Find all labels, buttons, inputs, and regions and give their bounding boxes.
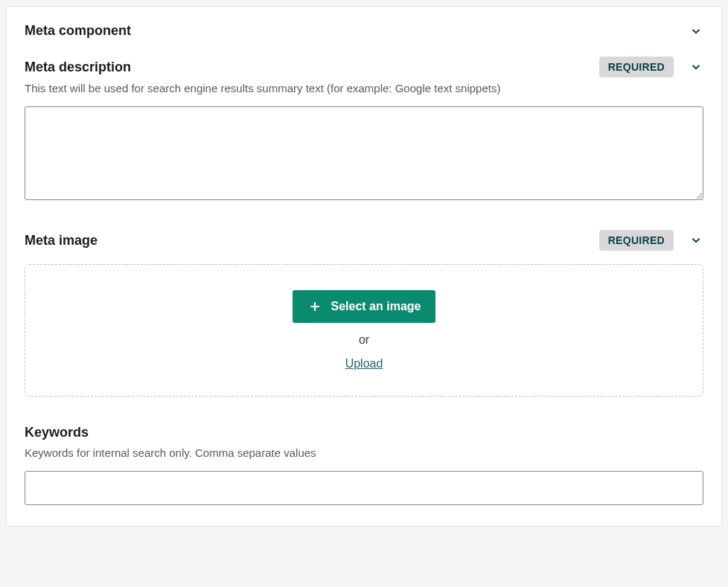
required-badge: REQUIRED [599, 230, 674, 251]
meta-description-title: Meta description [25, 58, 599, 77]
required-badge: REQUIRED [599, 57, 674, 77]
chevron-down-icon[interactable] [689, 60, 703, 74]
select-image-button[interactable]: Select an image [293, 290, 436, 323]
section-header: Meta image REQUIRED [25, 230, 703, 251]
section-header: Keywords [25, 423, 703, 442]
chevron-down-icon[interactable] [689, 233, 703, 248]
select-image-label: Select an image [331, 300, 421, 313]
meta-component-title: Meta component [25, 22, 689, 40]
meta-panel: Meta component Meta description REQUIRED… [6, 6, 722, 527]
keywords-help: Keywords for internal search only. Comma… [25, 446, 703, 459]
upload-link[interactable]: Upload [345, 357, 383, 371]
meta-description-section: Meta description REQUIRED This text will… [25, 57, 703, 203]
meta-description-input[interactable] [25, 106, 703, 200]
meta-component-section: Meta component [25, 22, 703, 40]
meta-image-section: Meta image REQUIRED Select an image or U… [25, 230, 703, 397]
plus-icon [307, 299, 322, 314]
keywords-section: Keywords Keywords for internal search on… [25, 423, 703, 505]
or-text: or [359, 333, 369, 347]
section-header: Meta component [25, 22, 703, 40]
meta-description-help: This text will be used for search engine… [25, 82, 703, 94]
image-dropzone[interactable]: Select an image or Upload [25, 264, 703, 397]
keywords-input[interactable] [25, 471, 703, 505]
chevron-down-icon[interactable] [689, 24, 703, 39]
section-header: Meta description REQUIRED [25, 57, 703, 77]
keywords-title: Keywords [25, 423, 703, 442]
meta-image-title: Meta image [25, 231, 599, 250]
